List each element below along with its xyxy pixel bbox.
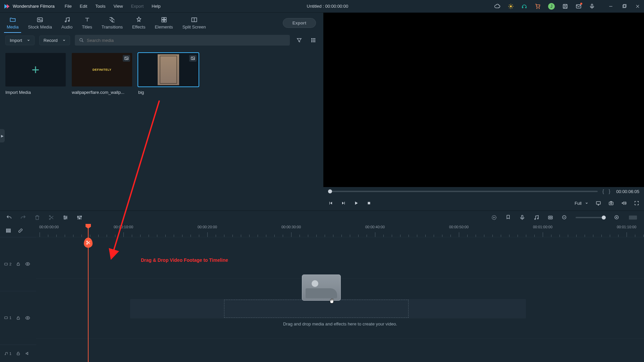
track-a1-label: 1 bbox=[4, 352, 11, 356]
close-icon[interactable] bbox=[635, 3, 641, 9]
tab-titles-label: Titles bbox=[82, 24, 92, 29]
link-icon[interactable] bbox=[17, 228, 23, 234]
mark-in-icon[interactable]: { bbox=[602, 189, 604, 194]
svg-point-46 bbox=[66, 217, 67, 218]
timeline-ruler[interactable]: 00:00:00:00 00:00:10:0000:00:20:0000:00:… bbox=[36, 224, 644, 237]
eye-icon[interactable] bbox=[25, 315, 30, 320]
support-icon[interactable] bbox=[521, 3, 527, 9]
preview-seek-track[interactable] bbox=[328, 191, 598, 192]
tab-transitions-label: Transitions bbox=[102, 24, 123, 29]
track-head-a1[interactable]: 1 bbox=[0, 345, 36, 362]
track-head-v2[interactable]: 2 bbox=[0, 237, 36, 291]
maximize-icon[interactable] bbox=[621, 3, 627, 9]
cart-icon[interactable] bbox=[535, 3, 541, 9]
play-button[interactable] bbox=[354, 200, 359, 206]
redo-button[interactable] bbox=[20, 215, 26, 221]
preview-viewport[interactable] bbox=[323, 13, 644, 187]
eye-icon[interactable] bbox=[25, 261, 30, 266]
media-thumb-2[interactable] bbox=[138, 53, 199, 86]
next-frame-button[interactable] bbox=[341, 200, 346, 206]
svg-rect-18 bbox=[164, 20, 166, 22]
lane-a1[interactable] bbox=[36, 339, 644, 362]
volume-icon[interactable] bbox=[621, 200, 627, 206]
menu-export: Export bbox=[131, 4, 144, 9]
audio-mixer-icon[interactable] bbox=[76, 215, 83, 221]
record-dropdown[interactable]: Record bbox=[39, 36, 70, 45]
media-panel: Media Stock Media Audio Titles Transitio… bbox=[0, 13, 323, 210]
audio-sync-icon[interactable] bbox=[533, 215, 539, 221]
mute-icon[interactable] bbox=[25, 351, 30, 356]
track-heads: 2 1 1 bbox=[0, 237, 36, 362]
zoom-fit-icon[interactable] bbox=[628, 215, 638, 221]
media-item-1[interactable]: DEFINITELY wallpaperflare.com_wallp... bbox=[72, 53, 132, 95]
track-head-v1[interactable]: 1 bbox=[0, 291, 36, 345]
svg-point-40 bbox=[49, 216, 50, 217]
document-title: Untitled : 00:00:00:00 bbox=[161, 4, 494, 9]
import-dropdown[interactable]: Import bbox=[5, 36, 35, 45]
lane-v2[interactable] bbox=[36, 237, 644, 279]
svg-rect-31 bbox=[314, 41, 315, 42]
menu-edit[interactable]: Edit bbox=[80, 4, 87, 9]
tab-elements[interactable]: Elements bbox=[150, 13, 177, 33]
delete-button[interactable] bbox=[34, 215, 40, 221]
media-item-add[interactable]: + Import Media bbox=[5, 53, 66, 95]
app-logo-icon bbox=[3, 3, 10, 10]
ruler-label: 00:01:10:00 bbox=[617, 225, 636, 229]
search-box[interactable] bbox=[75, 35, 290, 46]
marker-icon[interactable] bbox=[505, 215, 511, 221]
tab-transitions[interactable]: Transitions bbox=[97, 13, 127, 33]
tab-audio[interactable]: Audio bbox=[57, 13, 77, 33]
tab-titles[interactable]: Titles bbox=[77, 13, 97, 33]
zoom-slider[interactable] bbox=[576, 217, 606, 218]
minimize-icon[interactable] bbox=[608, 3, 614, 9]
menu-tools[interactable]: Tools bbox=[95, 4, 105, 9]
stop-button[interactable] bbox=[366, 200, 372, 206]
render-icon[interactable] bbox=[491, 215, 497, 221]
edit-settings-icon[interactable] bbox=[62, 215, 68, 221]
seek-handle[interactable] bbox=[328, 189, 332, 193]
record-voiceover-icon[interactable] bbox=[519, 215, 525, 221]
media-thumb-1[interactable]: DEFINITELY bbox=[72, 53, 132, 86]
ideas-icon[interactable] bbox=[508, 3, 514, 9]
search-input[interactable] bbox=[87, 38, 286, 43]
prev-frame-button[interactable] bbox=[328, 200, 333, 206]
timeline-ruler-row: 00:00:00:00 00:00:10:0000:00:20:0000:00:… bbox=[0, 224, 644, 237]
tab-split-screen[interactable]: Split Screen bbox=[178, 13, 211, 33]
mark-out-icon[interactable]: } bbox=[609, 189, 610, 194]
media-item-2[interactable]: big bbox=[138, 53, 199, 95]
track-options-icon[interactable] bbox=[5, 228, 11, 234]
save-icon[interactable] bbox=[562, 3, 568, 9]
menu-file[interactable]: File bbox=[65, 4, 72, 9]
zoom-knob[interactable] bbox=[602, 216, 606, 220]
message-icon[interactable] bbox=[576, 3, 582, 9]
filter-icon[interactable] bbox=[294, 36, 304, 45]
menu-view[interactable]: View bbox=[113, 4, 123, 9]
menu-help[interactable]: Help bbox=[152, 4, 161, 9]
tab-effects[interactable]: Effects bbox=[127, 13, 150, 33]
grid-view-icon[interactable] bbox=[309, 36, 318, 45]
undo-button[interactable] bbox=[6, 215, 12, 221]
display-settings-icon[interactable] bbox=[596, 200, 601, 206]
mic-icon[interactable] bbox=[589, 3, 595, 9]
tab-media[interactable]: Media bbox=[2, 13, 23, 33]
fullscreen-icon[interactable] bbox=[634, 200, 639, 206]
lock-icon[interactable] bbox=[16, 316, 20, 320]
svg-rect-15 bbox=[162, 17, 164, 19]
import-media-thumb[interactable]: + bbox=[5, 53, 66, 86]
avatar-icon[interactable]: J bbox=[548, 3, 555, 10]
side-expand-toggle[interactable]: ▶ bbox=[0, 129, 5, 142]
tab-stock-media[interactable]: Stock Media bbox=[23, 13, 57, 33]
drop-target[interactable] bbox=[130, 299, 526, 318]
preview-quality-select[interactable]: Full bbox=[575, 201, 588, 206]
snapshot-icon[interactable] bbox=[608, 200, 614, 206]
svg-rect-73 bbox=[17, 318, 20, 319]
split-button[interactable] bbox=[48, 215, 54, 221]
drag-ghost-thumbnail bbox=[302, 275, 341, 301]
cloud-icon[interactable] bbox=[494, 3, 500, 9]
export-button[interactable]: Export bbox=[283, 18, 316, 28]
zoom-in-icon[interactable] bbox=[614, 215, 620, 221]
lock-icon[interactable] bbox=[16, 262, 20, 266]
zoom-out-icon[interactable] bbox=[561, 215, 568, 221]
lock-icon[interactable] bbox=[16, 351, 20, 356]
keyframe-icon[interactable] bbox=[547, 215, 553, 221]
